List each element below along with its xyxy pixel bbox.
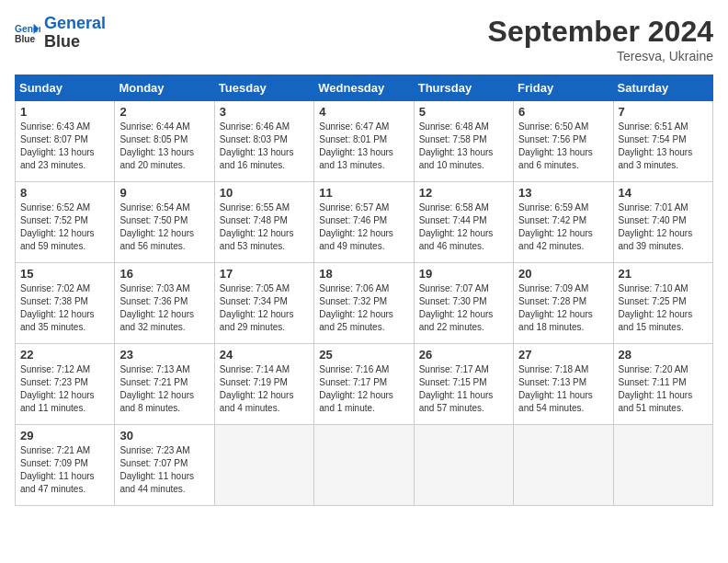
day-header-tuesday: Tuesday (214, 75, 313, 101)
day-info: Sunrise: 7:01 AM Sunset: 7:40 PM Dayligh… (619, 201, 708, 253)
calendar-day-12: 12Sunrise: 6:58 AM Sunset: 7:44 PM Dayli… (414, 182, 513, 263)
day-number: 30 (119, 429, 209, 442)
calendar-body: 1Sunrise: 6:43 AM Sunset: 8:07 PM Daylig… (16, 101, 713, 506)
day-number: 5 (419, 105, 508, 119)
calendar-week-5: 29Sunrise: 7:21 AM Sunset: 7:09 PM Dayli… (16, 425, 713, 506)
day-info: Sunrise: 6:57 AM Sunset: 7:46 PM Dayligh… (319, 201, 408, 253)
day-info: Sunrise: 7:13 AM Sunset: 7:21 PM Dayligh… (119, 363, 209, 415)
day-number: 9 (119, 186, 209, 200)
calendar-week-2: 8Sunrise: 6:52 AM Sunset: 7:52 PM Daylig… (16, 182, 713, 263)
day-info: Sunrise: 6:52 AM Sunset: 7:52 PM Dayligh… (20, 201, 109, 253)
day-number: 8 (20, 186, 109, 200)
day-info: Sunrise: 6:55 AM Sunset: 7:48 PM Dayligh… (220, 201, 309, 253)
calendar-day-3: 3Sunrise: 6:46 AM Sunset: 8:03 PM Daylig… (214, 101, 313, 182)
calendar-day-8: 8Sunrise: 6:52 AM Sunset: 7:52 PM Daylig… (16, 182, 115, 263)
day-number: 6 (518, 105, 608, 119)
day-number: 11 (319, 186, 408, 200)
day-number: 17 (220, 267, 309, 281)
day-info: Sunrise: 7:07 AM Sunset: 7:30 PM Dayligh… (419, 282, 508, 334)
calendar-day-29: 29Sunrise: 7:21 AM Sunset: 7:09 PM Dayli… (16, 425, 115, 506)
day-number: 28 (619, 348, 708, 362)
day-number: 4 (319, 105, 408, 119)
day-number: 21 (619, 267, 708, 281)
day-number: 12 (419, 186, 508, 200)
day-header-wednesday: Wednesday (314, 75, 414, 101)
title-block: September 2024 Teresva, Ukraine (488, 15, 713, 63)
calendar-day-15: 15Sunrise: 7:02 AM Sunset: 7:38 PM Dayli… (16, 263, 115, 344)
calendar-day-6: 6Sunrise: 6:50 AM Sunset: 7:56 PM Daylig… (514, 101, 613, 182)
calendar-day-empty (414, 425, 513, 506)
day-number: 14 (619, 186, 708, 200)
calendar-day-4: 4Sunrise: 6:47 AM Sunset: 8:01 PM Daylig… (314, 101, 414, 182)
page-header: General Blue General Blue September 2024… (15, 15, 713, 63)
day-headers-row: SundayMondayTuesdayWednesdayThursdayFrid… (16, 75, 713, 101)
day-info: Sunrise: 6:43 AM Sunset: 8:07 PM Dayligh… (20, 121, 109, 172)
logo-icon: General Blue (15, 20, 40, 46)
calendar-day-18: 18Sunrise: 7:06 AM Sunset: 7:32 PM Dayli… (314, 263, 414, 344)
day-header-monday: Monday (115, 75, 214, 101)
calendar-day-25: 25Sunrise: 7:16 AM Sunset: 7:17 PM Dayli… (314, 344, 414, 425)
calendar-day-30: 30Sunrise: 7:23 AM Sunset: 7:07 PM Dayli… (115, 425, 214, 506)
day-info: Sunrise: 7:09 AM Sunset: 7:28 PM Dayligh… (518, 282, 608, 334)
day-info: Sunrise: 6:59 AM Sunset: 7:42 PM Dayligh… (518, 201, 608, 253)
calendar-day-10: 10Sunrise: 6:55 AM Sunset: 7:48 PM Dayli… (214, 182, 313, 263)
day-info: Sunrise: 7:21 AM Sunset: 7:09 PM Dayligh… (20, 444, 109, 496)
calendar-day-5: 5Sunrise: 6:48 AM Sunset: 7:58 PM Daylig… (414, 101, 513, 182)
day-info: Sunrise: 6:54 AM Sunset: 7:50 PM Dayligh… (119, 201, 209, 253)
day-header-saturday: Saturday (613, 75, 712, 101)
day-number: 26 (419, 348, 508, 362)
calendar-week-3: 15Sunrise: 7:02 AM Sunset: 7:38 PM Dayli… (16, 263, 713, 344)
calendar-day-empty (514, 425, 613, 506)
calendar-day-22: 22Sunrise: 7:12 AM Sunset: 7:23 PM Dayli… (16, 344, 115, 425)
location: Teresva, Ukraine (488, 49, 713, 63)
day-info: Sunrise: 7:02 AM Sunset: 7:38 PM Dayligh… (20, 282, 109, 334)
calendar-day-16: 16Sunrise: 7:03 AM Sunset: 7:36 PM Dayli… (115, 263, 214, 344)
calendar-day-empty (613, 425, 712, 506)
calendar-day-11: 11Sunrise: 6:57 AM Sunset: 7:46 PM Dayli… (314, 182, 414, 263)
day-header-sunday: Sunday (16, 75, 115, 101)
day-info: Sunrise: 7:03 AM Sunset: 7:36 PM Dayligh… (119, 282, 209, 334)
logo-blue: Blue (44, 32, 80, 51)
day-header-friday: Friday (514, 75, 613, 101)
calendar-table: SundayMondayTuesdayWednesdayThursdayFrid… (15, 75, 713, 506)
day-info: Sunrise: 6:50 AM Sunset: 7:56 PM Dayligh… (518, 121, 608, 172)
calendar-day-13: 13Sunrise: 6:59 AM Sunset: 7:42 PM Dayli… (514, 182, 613, 263)
calendar-day-empty (314, 425, 414, 506)
calendar-day-19: 19Sunrise: 7:07 AM Sunset: 7:30 PM Dayli… (414, 263, 513, 344)
day-number: 3 (220, 105, 309, 119)
day-number: 24 (220, 348, 309, 362)
day-number: 25 (319, 348, 408, 362)
day-number: 15 (20, 267, 109, 281)
logo-text: General Blue (44, 15, 106, 52)
calendar-day-9: 9Sunrise: 6:54 AM Sunset: 7:50 PM Daylig… (115, 182, 214, 263)
calendar-day-23: 23Sunrise: 7:13 AM Sunset: 7:21 PM Dayli… (115, 344, 214, 425)
day-info: Sunrise: 7:06 AM Sunset: 7:32 PM Dayligh… (319, 282, 408, 334)
calendar-day-27: 27Sunrise: 7:18 AM Sunset: 7:13 PM Dayli… (514, 344, 613, 425)
day-info: Sunrise: 7:16 AM Sunset: 7:17 PM Dayligh… (319, 363, 408, 415)
day-number: 27 (518, 348, 608, 362)
day-info: Sunrise: 7:18 AM Sunset: 7:13 PM Dayligh… (518, 363, 608, 415)
day-info: Sunrise: 6:51 AM Sunset: 7:54 PM Dayligh… (619, 121, 708, 172)
calendar-day-28: 28Sunrise: 7:20 AM Sunset: 7:11 PM Dayli… (613, 344, 712, 425)
logo-general: General (44, 14, 106, 32)
calendar-day-1: 1Sunrise: 6:43 AM Sunset: 8:07 PM Daylig… (16, 101, 115, 182)
day-number: 16 (119, 267, 209, 281)
day-info: Sunrise: 6:48 AM Sunset: 7:58 PM Dayligh… (419, 121, 508, 172)
calendar-week-4: 22Sunrise: 7:12 AM Sunset: 7:23 PM Dayli… (16, 344, 713, 425)
day-number: 19 (419, 267, 508, 281)
day-number: 10 (220, 186, 309, 200)
day-number: 13 (518, 186, 608, 200)
calendar-week-1: 1Sunrise: 6:43 AM Sunset: 8:07 PM Daylig… (16, 101, 713, 182)
day-number: 23 (119, 348, 209, 362)
day-number: 20 (518, 267, 608, 281)
day-number: 7 (619, 105, 708, 119)
calendar-day-7: 7Sunrise: 6:51 AM Sunset: 7:54 PM Daylig… (613, 101, 712, 182)
calendar-header: SundayMondayTuesdayWednesdayThursdayFrid… (16, 75, 713, 101)
logo: General Blue General Blue (15, 15, 106, 52)
calendar-day-26: 26Sunrise: 7:17 AM Sunset: 7:15 PM Dayli… (414, 344, 513, 425)
day-info: Sunrise: 6:44 AM Sunset: 8:05 PM Dayligh… (119, 121, 209, 172)
day-info: Sunrise: 6:47 AM Sunset: 8:01 PM Dayligh… (319, 121, 408, 172)
day-header-thursday: Thursday (414, 75, 513, 101)
day-info: Sunrise: 7:23 AM Sunset: 7:07 PM Dayligh… (119, 444, 209, 496)
day-number: 1 (20, 105, 109, 119)
